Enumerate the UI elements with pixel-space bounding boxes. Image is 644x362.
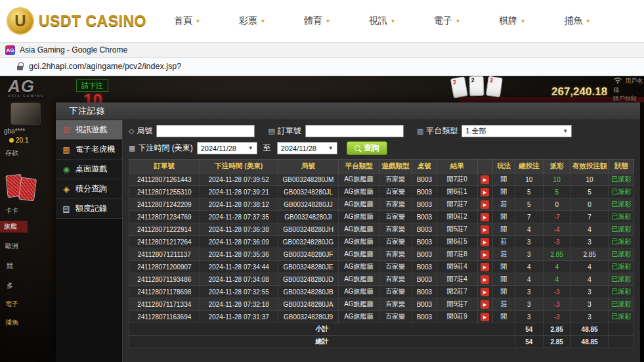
- table-row: 241128071234769 2024-11-28 07:37:35 GB00…: [129, 211, 634, 223]
- dice-icon: ⚄: [62, 125, 71, 135]
- cell-replay: ▶: [477, 298, 492, 311]
- play-video-button[interactable]: ▶: [481, 213, 489, 221]
- query-button[interactable]: 查詢: [347, 141, 387, 155]
- cell-platform: AG旗艦廳: [339, 248, 379, 261]
- lobby-fragment-label: 捕魚: [5, 318, 18, 327]
- cell-platform: AG旗艦廳: [339, 186, 379, 198]
- play-video-button[interactable]: ▶: [481, 225, 489, 234]
- play-video-button[interactable]: ▶: [481, 188, 489, 196]
- credit-record-icon: ▤: [62, 204, 71, 214]
- casino-background: AG ASIA GAMING 請下注 10 2 2 2 267,240.18 用…: [0, 76, 644, 362]
- cell-round: GB003248280JL: [278, 186, 338, 198]
- chevron-down-icon: ▾: [391, 18, 395, 24]
- cell-status: 已派彩: [609, 223, 634, 236]
- cell-payout: -3: [543, 286, 570, 298]
- lock-icon[interactable]: [17, 66, 23, 70]
- nav-item[interactable]: 彩票 ▾: [239, 15, 265, 27]
- sidebar-item-label: 桌面遊戲: [75, 164, 107, 175]
- col-payout: 派彩: [543, 160, 570, 173]
- sidebar-item[interactable]: ▦ 電子老虎機: [56, 140, 122, 160]
- cell-valid: 3: [570, 298, 609, 311]
- chevron-down-icon: ▾: [261, 18, 265, 24]
- cell-order: 241128071171334: [129, 298, 200, 311]
- nav-item[interactable]: 體育 ▾: [304, 15, 330, 27]
- sidebar-item[interactable]: ◉ 桌面遊戲: [56, 160, 122, 179]
- sidebar-item[interactable]: ◈ 積分查詢: [56, 179, 122, 199]
- cell-status: 已派彩: [609, 173, 634, 186]
- cell-payout: 5: [543, 186, 570, 198]
- platform-type-select[interactable]: 1.全部 ▼: [462, 125, 572, 137]
- play-video-button[interactable]: ▶: [481, 288, 489, 296]
- bet-table-body: 241128071261443 2024-11-28 07:39:52 GB00…: [129, 173, 634, 348]
- cell-bet: 4: [515, 223, 543, 236]
- play-video-button[interactable]: ▶: [481, 238, 489, 246]
- order-number-input[interactable]: [305, 125, 404, 137]
- play-video-button[interactable]: ▶: [481, 250, 489, 259]
- sidebar-item[interactable]: ⚄ 視訊遊戲: [56, 120, 122, 140]
- lobby-fragment-label: 競: [7, 261, 13, 271]
- nav-item[interactable]: 捕魚 ▾: [564, 15, 590, 27]
- cell-game: 百家樂: [379, 311, 412, 323]
- round-number-input[interactable]: [156, 125, 255, 137]
- date-from-picker[interactable]: 2024/11/28 ▼: [197, 142, 257, 154]
- cell-replay: ▶: [477, 311, 492, 323]
- play-video-button[interactable]: ▶: [481, 275, 489, 284]
- play-icon: ▶: [483, 202, 486, 207]
- date-to-picker[interactable]: 2024/11/28 ▼: [277, 142, 337, 154]
- total-payout: 2.85: [543, 336, 570, 348]
- cell-order: 241128071178698: [129, 286, 200, 298]
- lobby-fragment-label: 存款: [5, 148, 18, 158]
- table-row: 241128071193486 2024-11-28 07:34:08 GB00…: [129, 273, 634, 286]
- cell-status: 已派彩: [609, 186, 634, 198]
- cell-order: 241128071163694: [129, 311, 200, 323]
- nav-item[interactable]: 首頁 ▾: [174, 15, 200, 27]
- dropdown-arrow-icon: ▼: [328, 145, 333, 151]
- cell-time: 2024-11-28 07:34:44: [200, 261, 278, 273]
- cell-platform: AG旗艦廳: [339, 211, 379, 223]
- play-icon: ▶: [483, 302, 486, 307]
- bet-time-icon: ▦: [129, 144, 135, 152]
- subtotal-payout: 2.85: [543, 323, 570, 336]
- cell-round: GB003248280JH: [278, 223, 338, 236]
- cell-game: 百家樂: [379, 273, 412, 286]
- user-info-labels: 用戶名稱 賬戶餘額: [613, 77, 644, 103]
- lobby-fragment-label: 電子: [5, 300, 18, 309]
- nav-item-label: 捕魚: [564, 15, 582, 27]
- nav-item[interactable]: 視訊 ▾: [369, 15, 395, 27]
- subtotal-valid: 48.85: [570, 323, 609, 336]
- cell-status: 已派彩: [609, 311, 634, 323]
- cell-replay: ▶: [477, 211, 492, 223]
- cell-valid: 0: [570, 198, 609, 211]
- play-icon: ▶: [483, 177, 486, 182]
- play-video-button[interactable]: ▶: [481, 175, 489, 184]
- play-video-button[interactable]: ▶: [481, 200, 489, 209]
- play-video-button[interactable]: ▶: [481, 313, 489, 321]
- lobby-fragment-label: 歐洲: [5, 242, 18, 251]
- cell-payout: -3: [543, 298, 570, 311]
- nav-item[interactable]: 棋牌 ▾: [499, 15, 525, 27]
- cell-game: 百家樂: [379, 261, 412, 273]
- subtotal-status-empty: [609, 323, 634, 336]
- play-video-button[interactable]: ▶: [481, 300, 489, 309]
- site-logo[interactable]: U USDT CASINO: [7, 7, 146, 35]
- filter-row-2: ▦ 下注時間 (美東) 2024/11/28 ▼ 至 2024/11/28 ▼ …: [129, 141, 634, 155]
- cell-game: 百家樂: [379, 236, 412, 248]
- cell-bet: 3: [515, 298, 543, 311]
- cell-bet: 3: [515, 286, 543, 298]
- table-row: 241128071171334 2024-11-28 07:32:18 GB00…: [129, 298, 634, 311]
- cell-game: 百家樂: [379, 198, 412, 211]
- col-game: 遊戲類型: [379, 160, 412, 173]
- play-video-button[interactable]: ▶: [481, 263, 489, 271]
- nav-item[interactable]: 電子 ▾: [434, 15, 460, 27]
- cell-result: 閒0莊2: [437, 211, 478, 223]
- cell-play: 閒: [492, 211, 515, 223]
- sidebar-item-label: 電子老虎機: [75, 144, 115, 155]
- cell-play: 莊: [492, 236, 515, 248]
- table-row: 241128071178698 2024-11-28 07:32:55 GB00…: [129, 286, 634, 298]
- chrome-addressbar[interactable]: gci.2hhapi.com/agingame/pcv2/index.jsp?: [0, 58, 644, 76]
- lobby-fragment-label: 多: [7, 281, 13, 290]
- sidebar-item[interactable]: ▤ 額度記錄: [56, 199, 122, 219]
- url-text[interactable]: gci.2hhapi.com/agingame/pcv2/index.jsp?: [29, 62, 181, 71]
- cell-result: 閒7莊8: [437, 248, 478, 261]
- chevron-down-icon: ▾: [196, 18, 200, 24]
